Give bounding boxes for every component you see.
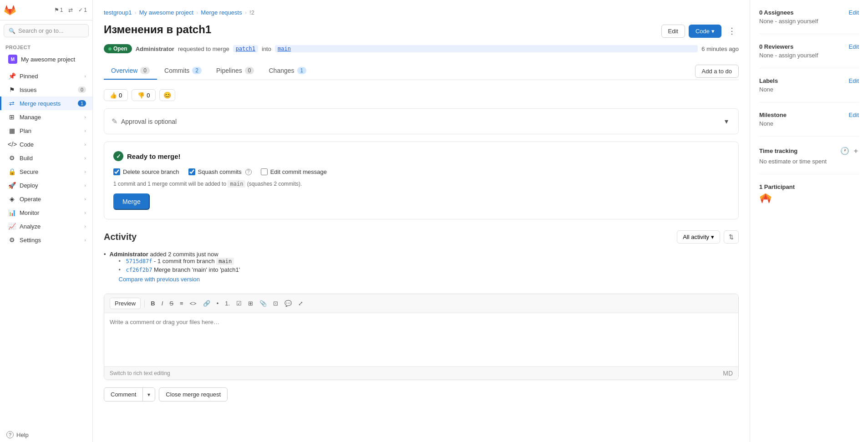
commit-item-2: cf26f2b7 Merge branch 'main' into 'patch… <box>119 266 240 273</box>
sidebar-item-merge-requests[interactable]: ⇄ Merge requests 1 <box>0 97 92 110</box>
project-item[interactable]: M My awesome project <box>5 53 87 66</box>
tab-changes-count: 1 <box>297 67 307 74</box>
task-list-button[interactable]: ☑ <box>234 299 244 308</box>
breadcrumb-project[interactable]: My awesome project <box>139 9 193 16</box>
delete-source-text: Delete source branch <box>123 168 179 175</box>
close-mr-button[interactable]: Close merge request <box>159 387 228 401</box>
tab-changes[interactable]: Changes 1 <box>261 62 314 80</box>
collapsible-button[interactable]: ⊡ <box>271 299 280 308</box>
rs-participants-header: 1 Participant <box>759 183 859 190</box>
editor-write-tab[interactable]: Preview <box>110 298 141 309</box>
edit-commit-msg-label[interactable]: Edit commit message <box>261 168 327 175</box>
fullscreen-button[interactable]: ⤢ <box>296 299 305 308</box>
project-section: Project M My awesome project <box>0 41 92 67</box>
emoji-add-icon: 😊 <box>163 91 171 99</box>
comment-dropdown-button[interactable]: ▾ <box>143 388 155 401</box>
delete-source-checkbox[interactable] <box>113 168 120 175</box>
edit-button[interactable]: Edit <box>661 25 685 38</box>
sidebar-item-secure[interactable]: 🔒 Secure <box>0 165 92 178</box>
table-button[interactable]: ⊞ <box>246 299 255 308</box>
compare-link[interactable]: Compare with previous version <box>119 276 240 283</box>
issues-badge-button[interactable]: ⚑ 1 <box>52 5 65 15</box>
operate-chevron-icon <box>84 196 86 202</box>
add-reaction-button[interactable]: 😊 <box>159 89 175 101</box>
approval-collapse-button[interactable]: ▾ <box>722 114 731 128</box>
link-button[interactable]: 🔗 <box>201 299 213 308</box>
sidebar-item-plan[interactable]: ▦ Plan <box>0 124 92 137</box>
squash-info-icon[interactable]: ? <box>245 169 252 175</box>
deploy-icon: 🚀 <box>8 182 16 189</box>
commit-hash-1[interactable]: 5715d87f <box>126 258 152 264</box>
sidebar-item-code[interactable]: </> Code <box>0 137 92 151</box>
activity-user: Administrator <box>110 251 148 258</box>
squash-commits-label[interactable]: Squash commits ? <box>188 168 252 175</box>
code-button[interactable]: Code ▾ <box>689 25 721 38</box>
source-branch[interactable]: patch1 <box>233 45 258 52</box>
delete-source-label[interactable]: Delete source branch <box>113 168 179 175</box>
rs-labels-edit[interactable]: Edit <box>849 77 859 84</box>
rs-assignees-edit[interactable]: Edit <box>849 9 859 16</box>
mr-badge-button[interactable]: ⇄ <box>66 5 75 15</box>
tab-pipelines[interactable]: Pipelines 0 <box>209 62 262 80</box>
mr-badge-icon: ⇄ <box>68 7 73 13</box>
merge-button[interactable]: Merge <box>113 193 150 210</box>
numbered-list-button[interactable]: 1. <box>223 299 232 308</box>
thumbs-up-count: 0 <box>119 92 122 99</box>
add-todo-button[interactable]: Add a to do <box>695 65 739 78</box>
code-block-button[interactable]: <> <box>188 299 199 308</box>
sidebar-item-build[interactable]: ⚙ Build <box>0 151 92 165</box>
squash-commits-checkbox[interactable] <box>188 168 195 175</box>
manage-icon: ⊞ <box>8 113 16 121</box>
comment-template-button[interactable]: 💬 <box>282 299 294 308</box>
rs-labels-header: Labels Edit <box>759 77 859 84</box>
mr-badge: 1 <box>78 100 86 107</box>
activity-filter-label: All activity <box>683 234 709 240</box>
thumbs-up-button[interactable]: 👍 0 <box>104 89 128 101</box>
activity-sort-button[interactable]: ⇅ <box>724 230 739 244</box>
time-add-button[interactable]: + <box>853 146 859 156</box>
rs-assignees-header: 0 Assignees Edit <box>759 9 859 16</box>
target-branch[interactable]: main <box>275 45 698 52</box>
sidebar-item-deploy[interactable]: 🚀 Deploy <box>0 178 92 192</box>
comment-button[interactable]: Comment <box>104 388 143 401</box>
activity-time: just now <box>197 251 218 258</box>
breadcrumb-mr[interactable]: Merge requests <box>201 9 242 16</box>
edit-commit-msg-checkbox[interactable] <box>261 168 268 175</box>
activity-filter-button[interactable]: All activity ▾ <box>677 230 720 244</box>
time-clock-button[interactable]: 🕐 <box>839 146 850 156</box>
todos-badge-button[interactable]: ✓ 1 <box>76 5 89 15</box>
help-icon: ? <box>6 431 14 438</box>
bullet-list-button[interactable]: • <box>214 299 221 308</box>
sidebar-item-monitor[interactable]: 📊 Monitor <box>0 206 92 219</box>
sidebar-item-settings[interactable]: ⚙ Settings <box>0 233 92 247</box>
attachment-button[interactable]: 📎 <box>257 299 269 308</box>
rs-reviewers-edit[interactable]: Edit <box>849 43 859 50</box>
commit-hash-2[interactable]: cf26f2b7 <box>126 267 152 273</box>
bold-button[interactable]: B <box>148 299 157 308</box>
help-button[interactable]: ? Help <box>0 427 92 442</box>
sidebar-item-analyze[interactable]: 📈 Analyze <box>0 219 92 233</box>
issues-icon: ⚑ <box>8 86 16 93</box>
plan-chevron-icon <box>84 128 86 133</box>
code-button-label: Code <box>695 28 710 35</box>
ordered-list-button[interactable]: ≡ <box>178 299 186 308</box>
more-options-button[interactable]: ⋮ <box>725 23 739 39</box>
sidebar-item-issues[interactable]: ⚑ Issues 0 <box>0 83 92 97</box>
edit-commit-msg-text: Edit commit message <box>270 168 327 175</box>
tab-overview[interactable]: Overview 0 <box>104 62 157 80</box>
sidebar-item-pinned[interactable]: 📌 Pinned <box>0 69 92 83</box>
activity-entry: Administrator added 2 commits just now 5… <box>110 251 240 283</box>
tab-commits[interactable]: Commits 2 <box>157 62 209 80</box>
thumbs-down-button[interactable]: 👎 0 <box>132 89 156 101</box>
rs-milestone-edit[interactable]: Edit <box>849 112 859 118</box>
nav-section: 📌 Pinned ⚑ Issues 0 ⇄ Merge requests 1 ⊞… <box>0 67 92 249</box>
italic-button[interactable]: I <box>159 299 166 308</box>
sidebar-item-manage[interactable]: ⊞ Manage <box>0 110 92 124</box>
sidebar-item-operate[interactable]: ◈ Operate <box>0 192 92 206</box>
breadcrumb-group[interactable]: testgroup1 <box>104 9 132 16</box>
search-box[interactable]: 🔍 Search or go to... <box>4 24 89 37</box>
strikethrough-button[interactable]: S <box>167 299 176 308</box>
rs-reviewers-header: 0 Reviewers Edit <box>759 43 859 50</box>
rs-milestone-value: None <box>759 120 859 127</box>
comment-textarea[interactable] <box>110 319 733 360</box>
